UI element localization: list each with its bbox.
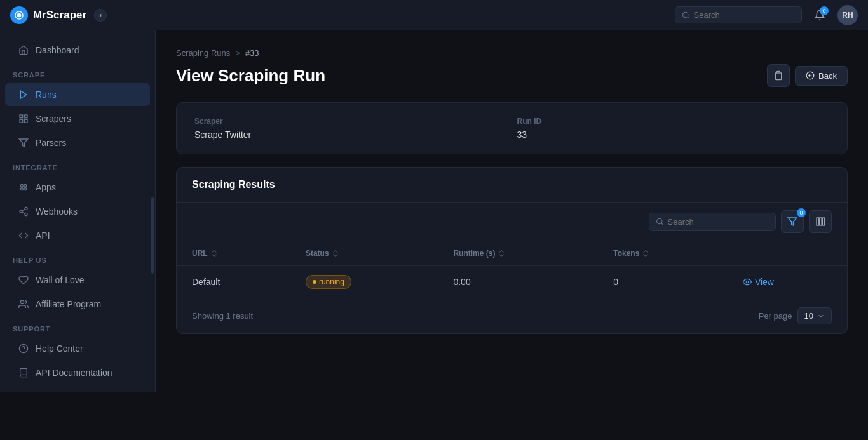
global-search-box[interactable] [675, 6, 802, 23]
top-nav-right: 0 RH [675, 5, 858, 25]
results-section: Scraping Results 0 [176, 167, 848, 334]
sidebar-item-affiliate-program[interactable]: Affiliate Program [5, 293, 150, 316]
status-dot [313, 280, 316, 284]
sidebar-item-wall-of-love[interactable]: Wall of Love [5, 269, 150, 291]
sidebar-label-api-documentation: API Documentation [36, 368, 112, 378]
sidebar-label-affiliate-program: Affiliate Program [36, 299, 101, 309]
sidebar-label-runs: Runs [36, 90, 57, 100]
svg-rect-26 [822, 218, 824, 225]
svg-point-13 [20, 210, 22, 213]
col-status-label: Status [306, 249, 329, 258]
grid-icon [18, 113, 29, 124]
per-page-select: Per page 10 [759, 307, 832, 324]
svg-point-1 [683, 12, 688, 17]
col-tokens[interactable]: Tokens [598, 241, 728, 266]
svg-rect-4 [24, 115, 27, 118]
svg-rect-25 [820, 218, 822, 225]
svg-line-16 [22, 209, 25, 211]
results-search-icon [656, 217, 664, 226]
back-icon [806, 71, 815, 80]
breadcrumb-current: #33 [245, 48, 259, 58]
cell-status: running [290, 266, 438, 298]
sidebar-item-parsers[interactable]: Parsers [5, 131, 150, 154]
sidebar-label-api: API [36, 230, 50, 241]
sort-icon [210, 250, 218, 257]
notification-badge: 0 [820, 6, 829, 15]
eye-icon [743, 277, 752, 286]
notifications-button[interactable]: 0 [810, 5, 830, 25]
back-button[interactable]: Back [795, 66, 848, 86]
run-id-label: Run ID [517, 117, 830, 126]
col-url-label: URL [192, 249, 208, 258]
results-search-input[interactable] [668, 217, 769, 227]
table-row: Default running 0.00 0 [177, 266, 847, 298]
filter-icon [787, 217, 797, 227]
col-tokens-label: Tokens [613, 249, 639, 258]
users-icon [18, 298, 29, 310]
user-avatar[interactable]: RH [837, 5, 858, 25]
global-search-input[interactable] [694, 10, 795, 20]
results-header: Scraping Results [177, 168, 847, 203]
results-toolbar: 0 [177, 203, 847, 241]
sidebar-label-webhooks: Webhooks [36, 206, 78, 217]
filter-button[interactable]: 0 [781, 210, 804, 233]
sidebar-label-scrapers: Scrapers [36, 114, 71, 124]
sidebar-section-scrape: Scrape [0, 62, 155, 83]
info-card: Scraper Scrape Twitter Run ID 33 [176, 102, 848, 154]
share-icon [18, 206, 29, 217]
svg-point-9 [24, 184, 27, 187]
home-icon [18, 44, 29, 56]
sort-icon [332, 250, 339, 257]
svg-rect-5 [24, 119, 27, 123]
filter-icon [18, 137, 29, 149]
col-url[interactable]: URL [177, 241, 290, 266]
per-page-label: Per page [759, 311, 792, 321]
col-actions [728, 241, 847, 266]
sidebar-scrolltrack [151, 30, 154, 440]
sidebar-item-dashboard[interactable]: Dashboard [5, 39, 150, 62]
svg-point-22 [657, 218, 662, 223]
sidebar: Dashboard Scrape Runs Scrapers [0, 30, 156, 392]
app-name: MrScraper [33, 9, 86, 22]
svg-rect-6 [20, 119, 23, 123]
per-page-value: 10 [804, 311, 813, 321]
svg-marker-23 [788, 218, 796, 225]
sidebar-label-apps: Apps [36, 182, 56, 192]
col-status[interactable]: Status [290, 241, 438, 266]
sidebar-item-api[interactable]: API [5, 224, 150, 247]
svg-point-0 [17, 13, 22, 17]
sidebar-scrollthumb [151, 197, 154, 274]
table-header: URL Status Runtime (s) [177, 241, 847, 266]
svg-point-17 [20, 300, 24, 303]
scraper-value: Scrape Twitter [194, 130, 507, 140]
apps-icon [18, 182, 29, 193]
cell-tokens: 0 [598, 266, 728, 298]
sidebar-item-help-center[interactable]: Help Center [5, 337, 150, 360]
svg-point-27 [746, 281, 749, 283]
sidebar-item-runs[interactable]: Runs [5, 83, 150, 106]
view-link[interactable]: View [743, 277, 832, 287]
chevron-down-icon [817, 312, 825, 320]
breadcrumb-parent[interactable]: Scraping Runs [176, 48, 230, 58]
results-search-box[interactable] [649, 213, 776, 231]
main-content: Scraping Runs > #33 View Scraping Run Ba… [156, 30, 868, 440]
top-navigation: MrScraper 0 RH [0, 0, 868, 30]
scraper-field: Scraper Scrape Twitter [194, 117, 507, 140]
sidebar-collapse-button[interactable] [94, 9, 107, 22]
columns-button[interactable] [809, 210, 832, 233]
per-page-dropdown[interactable]: 10 [797, 307, 832, 324]
sidebar-section-helpus: Help Us [0, 248, 155, 268]
sidebar-item-apps[interactable]: Apps [5, 176, 150, 199]
sidebar-item-api-documentation[interactable]: API Documentation [5, 361, 150, 384]
heart-icon [18, 274, 29, 286]
logo-area: MrScraper [10, 6, 107, 24]
sidebar-item-webhooks[interactable]: Webhooks [5, 200, 150, 223]
col-runtime-label: Runtime (s) [453, 249, 495, 258]
svg-rect-3 [20, 115, 23, 118]
col-runtime[interactable]: Runtime (s) [438, 241, 598, 266]
svg-point-8 [20, 184, 23, 187]
sidebar-item-scrapers[interactable]: Scrapers [5, 107, 150, 130]
delete-button[interactable] [767, 64, 790, 87]
svg-point-10 [20, 188, 23, 190]
svg-rect-24 [817, 218, 818, 225]
